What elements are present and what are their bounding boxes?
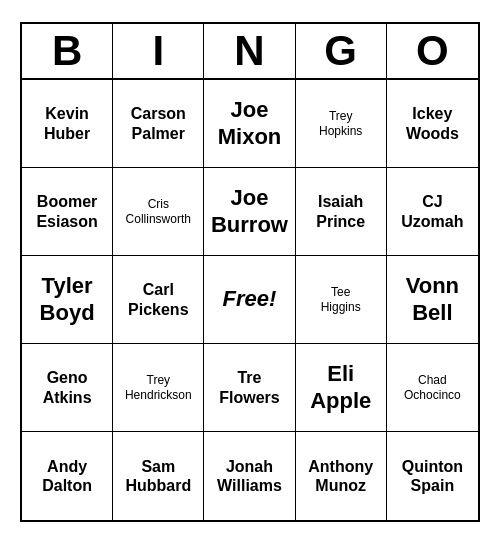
cell-text: Geno Atkins (43, 368, 92, 406)
bingo-cell: Eli Apple (296, 344, 387, 432)
cell-text: Carl Pickens (128, 280, 188, 318)
cell-text: Carson Palmer (131, 104, 186, 142)
bingo-cell: Quinton Spain (387, 432, 478, 520)
cell-text: CJ Uzomah (401, 192, 463, 230)
bingo-cell: CJ Uzomah (387, 168, 478, 256)
header-letter: O (387, 24, 478, 78)
cell-text: Tre Flowers (219, 368, 279, 406)
bingo-cell: Trey Hopkins (296, 80, 387, 168)
bingo-cell: Geno Atkins (22, 344, 113, 432)
bingo-cell: Tre Flowers (204, 344, 295, 432)
bingo-cell: Jonah Williams (204, 432, 295, 520)
bingo-cell: Kevin Huber (22, 80, 113, 168)
bingo-cell: Trey Hendrickson (113, 344, 204, 432)
bingo-cell: Anthony Munoz (296, 432, 387, 520)
bingo-cell: Tyler Boyd (22, 256, 113, 344)
cell-text: Ickey Woods (406, 104, 459, 142)
bingo-cell: Tee Higgins (296, 256, 387, 344)
bingo-grid: Kevin HuberCarson PalmerJoe MixonTrey Ho… (22, 80, 478, 520)
header-letter: N (204, 24, 295, 78)
cell-text: Cris Collinsworth (126, 197, 191, 226)
cell-text: Jonah Williams (217, 457, 282, 495)
bingo-cell: Sam Hubbard (113, 432, 204, 520)
bingo-cell: Carson Palmer (113, 80, 204, 168)
header-letter: G (296, 24, 387, 78)
cell-text: Anthony Munoz (308, 457, 373, 495)
bingo-cell: Andy Dalton (22, 432, 113, 520)
header-letter: I (113, 24, 204, 78)
cell-text: Boomer Esiason (36, 192, 97, 230)
bingo-cell: Boomer Esiason (22, 168, 113, 256)
cell-text: Free! (223, 286, 277, 312)
cell-text: Vonn Bell (406, 273, 459, 326)
bingo-header: BINGO (22, 24, 478, 80)
cell-text: Eli Apple (310, 361, 371, 414)
bingo-cell: Vonn Bell (387, 256, 478, 344)
bingo-cell: Carl Pickens (113, 256, 204, 344)
cell-text: Joe Burrow (211, 185, 288, 238)
bingo-cell: Isaiah Prince (296, 168, 387, 256)
bingo-cell: Joe Burrow (204, 168, 295, 256)
cell-text: Joe Mixon (218, 97, 282, 150)
bingo-cell: Free! (204, 256, 295, 344)
bingo-cell: Ickey Woods (387, 80, 478, 168)
cell-text: Quinton Spain (402, 457, 463, 495)
cell-text: Andy Dalton (42, 457, 92, 495)
cell-text: Trey Hopkins (319, 109, 362, 138)
bingo-card: BINGO Kevin HuberCarson PalmerJoe MixonT… (20, 22, 480, 522)
cell-text: Tyler Boyd (40, 273, 95, 326)
cell-text: Kevin Huber (44, 104, 90, 142)
bingo-cell: Joe Mixon (204, 80, 295, 168)
cell-text: Isaiah Prince (316, 192, 365, 230)
cell-text: Sam Hubbard (125, 457, 191, 495)
header-letter: B (22, 24, 113, 78)
cell-text: Trey Hendrickson (125, 373, 192, 402)
cell-text: Chad Ochocinco (404, 373, 461, 402)
bingo-cell: Cris Collinsworth (113, 168, 204, 256)
bingo-cell: Chad Ochocinco (387, 344, 478, 432)
cell-text: Tee Higgins (321, 285, 361, 314)
